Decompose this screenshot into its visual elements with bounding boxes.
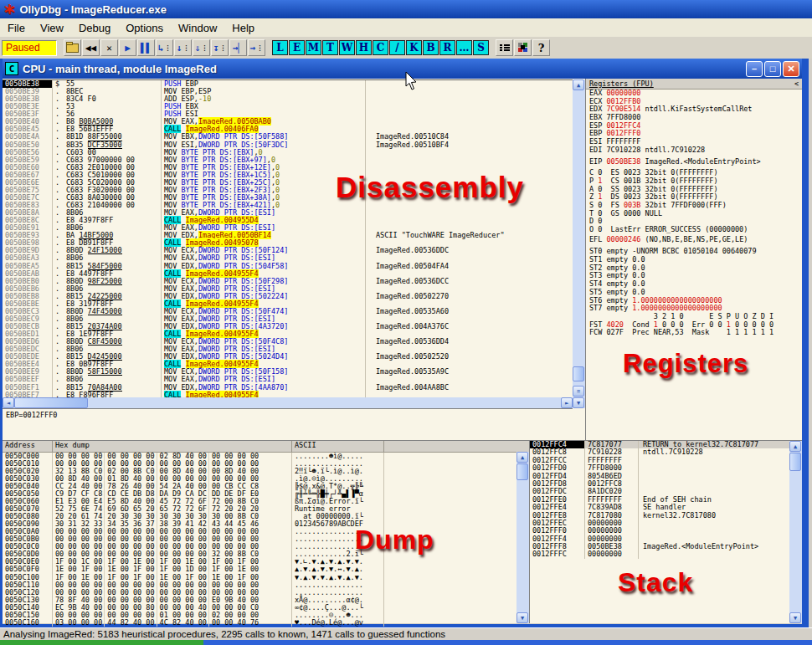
- disasm-comment: ImageRed.00504FA4: [366, 263, 573, 270]
- stack-comment: [639, 480, 802, 488]
- close-program-button[interactable]: ✕: [100, 39, 118, 56]
- stack-value: 00000000: [585, 550, 639, 558]
- disasm-row[interactable]: 0050BE38$55PUSH EBP: [3, 80, 573, 88]
- stack-row[interactable]: 0012FFCCFFFFFFFF: [530, 457, 802, 464]
- stack-vertical-scrollbar[interactable]: ▲ ▼: [789, 441, 802, 623]
- scroll-left-icon[interactable]: ◄: [3, 397, 14, 408]
- letter-button-c[interactable]: C: [373, 40, 388, 55]
- animate-over-button[interactable]: ↧⋮: [211, 39, 229, 56]
- pause-button[interactable]: ▌▌: [137, 39, 155, 56]
- letter-button-slash[interactable]: /: [389, 40, 405, 55]
- register-line[interactable]: EFL 00000246 (NO,NB,E,BE,NS,PE,GE,LE): [586, 236, 802, 244]
- stack-row[interactable]: 0012FFF80050BE38ImageRed.<ModuleEntryPoi…: [530, 543, 802, 550]
- stack-row[interactable]: 0012FFFC00000000: [530, 550, 802, 558]
- disasm-vertical-scrollbar[interactable]: ▲ ≡ ▼: [573, 79, 585, 408]
- letter-button-k[interactable]: K: [406, 40, 422, 55]
- scroll-down-icon[interactable]: ≡: [573, 386, 584, 397]
- run-button[interactable]: ▶: [119, 39, 136, 56]
- help-button[interactable]: ?: [532, 39, 550, 56]
- letter-button-t[interactable]: T: [322, 40, 338, 55]
- cpu-window-icon: C: [5, 62, 18, 75]
- register-line[interactable]: EIP 0050BE38 ImageRed.<ModuleEntryPoint>: [586, 158, 802, 166]
- stack-row[interactable]: 0012FFF000000000: [530, 527, 802, 535]
- annotation-stack: Stack: [618, 567, 693, 598]
- menu-item-window[interactable]: Window: [171, 20, 224, 36]
- stack-comment: ImageRed.<ModuleEntryPoint>: [639, 543, 802, 550]
- letter-button-dots[interactable]: …: [456, 40, 472, 55]
- menu-item-options[interactable]: Options: [118, 20, 171, 36]
- disasm-row[interactable]: 0050BE3B.83C4 F0ADD ESP,-10: [3, 95, 573, 103]
- disasm-comment: ImageRed.00535A60: [366, 308, 573, 315]
- step-into-button[interactable]: ↳⋮: [156, 39, 173, 56]
- dump-row[interactable]: 0050C16003 00 00 0044 82 40 004C 82 40 0…: [3, 619, 529, 627]
- letter-button-s[interactable]: S: [473, 40, 489, 55]
- appearance-button[interactable]: [514, 39, 532, 56]
- stack-row[interactable]: 0012FFE87C817080kernel32.7C817080: [530, 512, 802, 520]
- letter-button-w[interactable]: W: [339, 40, 355, 55]
- close-button[interactable]: ✕: [783, 61, 799, 77]
- menu-item-view[interactable]: View: [33, 20, 71, 36]
- progress-fill: [0, 640, 203, 645]
- open-file-button[interactable]: [64, 39, 81, 56]
- disasm-comment: [366, 103, 573, 110]
- disasm-comment: [366, 80, 573, 88]
- scroll-right-icon[interactable]: ►: [561, 397, 573, 408]
- disasm-row[interactable]: 0050BE8C.E8 4397F8FFCALL ImageRed.004955…: [3, 217, 573, 224]
- menu-item-debug[interactable]: Debug: [71, 20, 118, 36]
- letter-button-h[interactable]: H: [356, 40, 372, 55]
- stack-scroll-thumb[interactable]: [789, 453, 801, 471]
- disasm-row[interactable]: 0050BE3E.53PUSH EBX: [3, 103, 573, 110]
- scroll-down-icon[interactable]: ▼: [573, 397, 584, 408]
- menu-item-file[interactable]: File: [0, 20, 33, 36]
- disasm-row[interactable]: 0050BE9D.8B0D 24F15000MOV ECX,DWORD PTR …: [3, 247, 573, 254]
- scroll-down-icon[interactable]: ▼: [516, 612, 528, 623]
- disasm-comment: [366, 118, 573, 125]
- register-line[interactable]: FCW 027F Prec NEAR,53 Mask 1 1 1 1 1 1: [586, 329, 802, 337]
- animate-into-button[interactable]: ⇓⋮: [193, 39, 210, 56]
- disasm-comment: [366, 95, 573, 103]
- step-over-button[interactable]: ↓⋮: [174, 39, 192, 56]
- register-line[interactable]: T 0 GS 0000 NULL: [586, 210, 802, 218]
- register-line[interactable]: EDI 7C910228 ntdll.7C910228: [586, 146, 802, 155]
- disasm-hscroll-thumb[interactable]: [14, 397, 88, 408]
- disasm-row[interactable]: 0050BEE9.8B0D 58F15000MOV ECX,DWORD PTR …: [3, 368, 573, 376]
- disasm-row[interactable]: 0050BED6.8B0D C8F45000MOV ECX,DWORD PTR …: [3, 338, 573, 346]
- windows-list-button[interactable]: [496, 39, 513, 56]
- disasm-comment: [366, 209, 573, 217]
- maximize-button[interactable]: □: [764, 61, 781, 77]
- stack-row[interactable]: 0012FFD80012FFC8: [530, 480, 802, 488]
- stack-row[interactable]: 0012FFC87C910228ntdll.7C910228: [530, 448, 802, 456]
- disasm-comment: ImageRed.00536DCC: [366, 278, 573, 285]
- restart-button[interactable]: ◀◀: [82, 39, 100, 56]
- stack-row[interactable]: 0012FFD07FFD8000: [530, 464, 802, 472]
- letter-button-r[interactable]: R: [439, 40, 455, 55]
- goto-button[interactable]: →⋮: [248, 39, 265, 56]
- register-line[interactable]: O 0 LastErr ERROR_SUCCESS (00000000): [586, 226, 802, 234]
- letter-button-e[interactable]: E: [289, 40, 305, 55]
- stack-row[interactable]: 0012FFD48054B6ED: [530, 473, 802, 480]
- dump-vertical-scrollbar[interactable]: ▲ ▼: [516, 452, 529, 623]
- stack-comment: ntdll.7C910228: [639, 448, 802, 456]
- scroll-up-icon[interactable]: ▲: [516, 452, 528, 463]
- status-pane: Paused: [2, 40, 57, 56]
- scroll-down-icon[interactable]: ▼: [789, 612, 801, 623]
- execute-till-return-button[interactable]: →▏: [229, 39, 247, 56]
- scroll-up-icon[interactable]: ▲: [789, 441, 801, 452]
- disasm-horizontal-scrollbar[interactable]: ◄ ►: [3, 397, 573, 408]
- window-title: OllyDbg - ImageReducer.exe: [19, 3, 167, 16]
- disasm-row[interactable]: 0050BEB0.8B0D 98F25000MOV ECX,DWORD PTR …: [3, 278, 573, 285]
- disasm-row[interactable]: 0050BEC3.8B0D 74F45000MOV ECX,DWORD PTR …: [3, 308, 573, 315]
- stack-row[interactable]: 0012FFEC00000000: [530, 520, 802, 527]
- disassembly-pane: 0050BE38$55PUSH EBP0050BE39.8BECMOV EBP,…: [3, 79, 586, 440]
- dump-scroll-thumb[interactable]: [516, 463, 528, 480]
- minimize-button[interactable]: –: [746, 61, 763, 77]
- disasm-scroll-thumb[interactable]: [573, 366, 584, 381]
- letter-button-m[interactable]: M: [306, 40, 321, 55]
- menu-item-help[interactable]: Help: [224, 20, 262, 36]
- scroll-up-icon[interactable]: ▲: [573, 79, 584, 90]
- registers-collapse-button[interactable]: <: [794, 79, 799, 89]
- stack-comment: [639, 527, 802, 535]
- letter-button-b[interactable]: B: [423, 40, 439, 55]
- letter-button-l[interactable]: L: [272, 40, 288, 55]
- list-icon: [500, 44, 510, 52]
